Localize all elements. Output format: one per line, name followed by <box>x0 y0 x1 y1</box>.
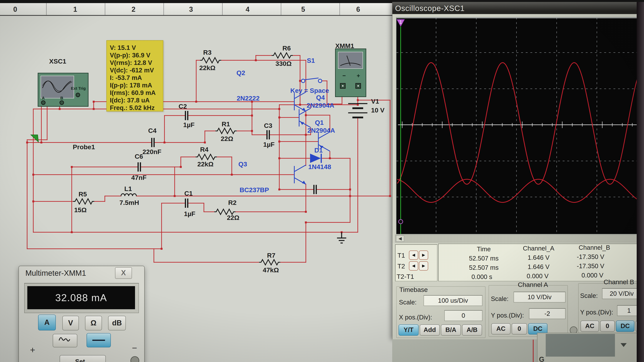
scope-readout-panel: T1 T2 T2-T1 ◄ ► ◄ ► Time Channel_A Chann… <box>392 243 641 282</box>
channel-a-ypos-input[interactable]: -2 <box>529 308 566 319</box>
sine-icon <box>58 336 72 344</box>
scope-grid <box>396 18 638 234</box>
label-r3-value: 22kΩ <box>199 64 216 72</box>
resistor-r7[interactable] <box>259 260 280 265</box>
scope-screen-svg: 1 <box>396 18 638 234</box>
resistor-r5[interactable] <box>73 199 94 204</box>
channel-b-scale-input[interactable]: 20 V/Div <box>602 288 641 299</box>
scope-waveforms <box>397 63 637 202</box>
label-d1-model: 1N4148 <box>308 163 331 170</box>
resistor-r3[interactable] <box>200 58 221 63</box>
volt-button[interactable]: V <box>62 316 79 330</box>
label-l1-ref: L1 <box>124 185 132 193</box>
resistor-r4[interactable] <box>196 154 217 160</box>
t2-right-button[interactable]: ► <box>419 261 428 271</box>
timebase-scale-input[interactable]: 100 us/Div <box>424 295 482 306</box>
col-time-header: Time <box>477 246 491 253</box>
label-r4-value: 22kΩ <box>197 160 214 168</box>
channel-b-group: Channel B Scale: 20 V/Div Y pos.(Div): 1… <box>578 283 644 335</box>
cursor-bottom-handle-icon[interactable] <box>398 220 403 224</box>
ampere-button[interactable]: A <box>38 315 56 330</box>
resistor-r6[interactable] <box>272 53 293 58</box>
capacitor-c6[interactable] <box>138 162 140 171</box>
annotation-line: V: 15.1 V <box>110 44 136 51</box>
label-xsc1: XSC1 <box>49 58 66 65</box>
oscilloscope-title: Oscilloscope-XSC1 <box>395 4 465 13</box>
set-button[interactable]: Set... <box>60 355 106 362</box>
xsc1-ext-trig-label: Ext Trig <box>71 86 86 91</box>
oscilloscope-titlebar[interactable]: Oscilloscope-XSC1 <box>392 2 641 14</box>
switch-s1[interactable] <box>302 78 322 83</box>
multimeter-display-bezel: 32.088 mA <box>24 283 139 313</box>
probe-annotation-box: V: 15.1 V V(p-p): 36.9 V V(rms): 12.8 V … <box>106 40 163 111</box>
t1-left-button[interactable]: ◄ <box>409 251 418 260</box>
label-c2-value: 1µF <box>183 121 194 129</box>
t1-label: T1 <box>398 252 405 259</box>
label-r5-ref: R5 <box>78 191 87 198</box>
label-q3-model: BC237BP <box>240 186 269 194</box>
multimeter-window: Multimeter-XMM1 X 32.088 mA A V Ω dB + −… <box>18 266 145 362</box>
label-q3-ref: Q3 <box>238 160 247 168</box>
annotation-line: Freq.: 5.02 kHz <box>110 104 155 111</box>
dc-mode-button[interactable] <box>86 333 111 347</box>
xmm1-terminals <box>336 49 366 96</box>
oscilloscope-icon-xsc1[interactable]: Ext Trig A B <box>38 73 88 107</box>
resistor-r1[interactable] <box>216 128 236 134</box>
ac-mode-button[interactable] <box>53 334 77 347</box>
label-r1-value: 22Ω <box>221 135 233 142</box>
cursor-values-box: Time Channel_A Channel_B 52.507 ms 1.646… <box>438 244 639 281</box>
scope-display: 1 <box>396 17 639 234</box>
ba-button[interactable]: B/A <box>441 324 461 336</box>
t1-channel-b: -17.350 V <box>577 253 604 261</box>
yt-button[interactable]: Y/T <box>398 324 418 336</box>
diode-d1[interactable] <box>310 154 321 163</box>
inductor-l1[interactable] <box>121 194 136 196</box>
scope-scrollbar[interactable]: ◀ <box>395 235 638 242</box>
channel-a-scale-input[interactable]: 10 V/Div <box>514 292 566 302</box>
close-icon[interactable]: X <box>115 267 132 279</box>
channel-b-ac-button[interactable]: AC <box>580 321 599 332</box>
capacitor-c3[interactable] <box>267 130 269 139</box>
probe-arrow[interactable] <box>31 135 38 142</box>
channel-a-ac-button[interactable]: AC <box>491 323 510 334</box>
t1-right-button[interactable]: ► <box>419 251 428 260</box>
channel-a-0-button[interactable]: 0 <box>512 323 527 334</box>
label-v1-ref: V1 <box>371 98 379 105</box>
capacitor-c2[interactable] <box>186 111 188 120</box>
transistor-q3[interactable] <box>294 165 306 184</box>
label-r2-value: 22Ω <box>227 214 239 222</box>
channel-b-0-button[interactable]: 0 <box>600 321 615 332</box>
dt-channel-b: 0.000 V <box>582 272 604 279</box>
ground-symbol <box>337 232 346 243</box>
timebase-title: Timebase <box>399 286 428 293</box>
timebase-xpos-input[interactable]: 0 <box>444 310 482 321</box>
label-q1-ref: Q1 <box>315 119 324 126</box>
multimeter-reading: 32.088 mA <box>27 292 135 303</box>
label-c3-value: 1µF <box>263 141 274 148</box>
add-button[interactable]: Add <box>420 324 440 336</box>
transistor-q4[interactable] <box>299 108 311 127</box>
partial-panel-inner <box>546 334 615 356</box>
capacitor-c5[interactable] <box>314 185 316 194</box>
label-c2-ref: C2 <box>178 103 187 110</box>
cursor-select-box: T1 T2 T2-T1 ◄ ► ◄ ► <box>395 244 438 281</box>
channel-a-ypos-label: Y pos.(Div): <box>491 312 524 319</box>
multimeter-icon-xmm1[interactable]: − + <box>335 49 366 97</box>
minus-jack-icon[interactable] <box>130 356 139 362</box>
scope-cursor-t1[interactable]: 1 <box>397 20 404 234</box>
multimeter-titlebar[interactable]: Multimeter-XMM1 X <box>19 266 144 279</box>
channel-b-dc-button[interactable]: DC <box>616 321 634 332</box>
ab-button[interactable]: A/B <box>462 324 482 336</box>
ohm-button[interactable]: Ω <box>85 316 102 330</box>
t2-left-button[interactable]: ◄ <box>409 261 418 271</box>
capacitor-c4[interactable] <box>152 138 154 147</box>
capacitor-c1[interactable] <box>186 199 188 208</box>
scroll-left-button[interactable]: ◀ <box>396 236 404 242</box>
xsc1-term-a-label: A <box>42 96 45 100</box>
wire-stub <box>533 340 534 362</box>
xmm1-minus-label: − <box>342 72 346 79</box>
screen-photo: 0 1 2 3 4 5 6 <box>0 0 644 362</box>
t2-t1-label: T2-T1 <box>397 273 414 280</box>
db-button[interactable]: dB <box>108 316 126 330</box>
scope-controls: Timebase Scale: 100 us/Div X pos.(Div): … <box>392 282 641 339</box>
